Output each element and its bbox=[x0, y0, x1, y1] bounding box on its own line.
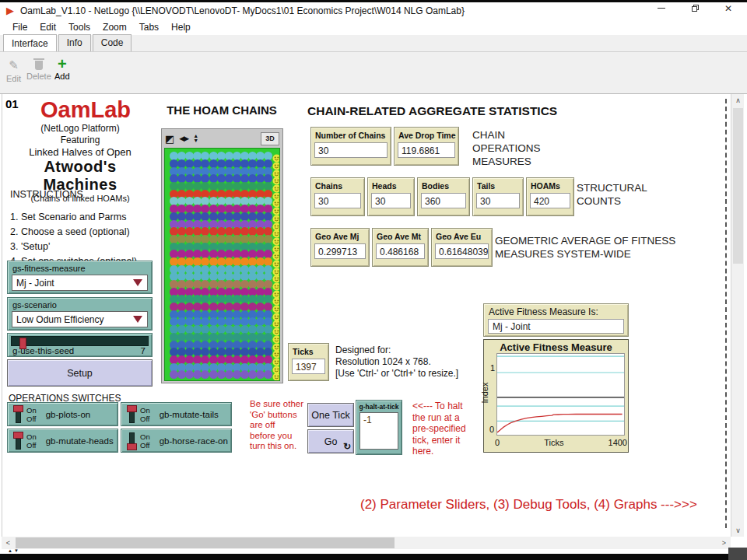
active-fitness-plot: Active Fitness Measure 1 0 Index 0 Ticks… bbox=[483, 339, 629, 453]
menu-tabs[interactable]: Tabs bbox=[133, 20, 165, 34]
vertical-arrows-icon[interactable]: ▲▼ bbox=[193, 134, 198, 143]
slider-track[interactable] bbox=[11, 336, 149, 346]
edit-label: Edit bbox=[6, 74, 21, 83]
tab-info[interactable]: Info bbox=[58, 34, 91, 51]
slider-g-use-this-seed[interactable]: g-use-this-seed 7 bbox=[7, 333, 153, 357]
branding-line: Linked Halves of Open bbox=[5, 146, 155, 158]
monitor-ave-drop-time: Ave Drop Time119.6861 bbox=[394, 127, 459, 166]
on-off-labels: OnOff bbox=[26, 406, 37, 423]
chooser-label: gs-scenario bbox=[8, 298, 152, 310]
caption-chain-operations: CHAINOPERATIONSMEASURES bbox=[472, 128, 541, 168]
menu-help[interactable]: Help bbox=[165, 20, 197, 34]
y-axis-label: Index bbox=[480, 383, 489, 404]
chain-head-smiley-icon bbox=[272, 370, 280, 379]
chain-row bbox=[170, 175, 279, 183]
forever-loop-icon: ↻ bbox=[343, 441, 351, 452]
horizontal-scrollbar[interactable]: < > bbox=[2, 537, 731, 549]
input-value[interactable]: -1 bbox=[359, 412, 398, 450]
restore-icon bbox=[692, 5, 699, 12]
toggle-icon[interactable] bbox=[125, 432, 139, 450]
monitor-hoams: HOAMs420 bbox=[526, 177, 574, 216]
minimize-button[interactable] bbox=[648, 0, 675, 16]
caption-geometric-average: GEOMETRIC AVERAGE OF FITNESSMEASURES SYS… bbox=[495, 234, 675, 261]
menu-zoom[interactable]: Zoom bbox=[96, 20, 133, 34]
work-area-boundary bbox=[725, 99, 727, 528]
chain-row bbox=[170, 281, 279, 289]
hoam-dot bbox=[201, 370, 209, 379]
chain-row bbox=[170, 190, 279, 198]
horizontal-arrows-icon[interactable]: ◀▶ bbox=[179, 135, 188, 142]
stats-row-structural: Chains30Heads30Bodies360Tails30HOAMs420 bbox=[310, 177, 577, 216]
chain-row bbox=[170, 303, 279, 311]
world-view[interactable]: ◩ ◀▶ ▲▼ 3D bbox=[161, 128, 283, 383]
switch-gb-horse-race-on[interactable]: OnOffgb-horse-race-on bbox=[121, 429, 232, 453]
vertical-scrollbar-thumb[interactable] bbox=[733, 108, 743, 264]
chooser-value: Low Odum Efficiency bbox=[16, 314, 133, 325]
monitor-chains: Chains30 bbox=[310, 177, 365, 216]
plus-icon: + bbox=[58, 58, 67, 70]
chain-row bbox=[170, 326, 279, 334]
horizontal-scrollbar-thumb[interactable] bbox=[16, 537, 395, 548]
vertical-scrollbar[interactable]: ∧ ∨ bbox=[731, 94, 744, 537]
branding-block: OamLab (NetLogo Platform) Featuring Link… bbox=[5, 97, 155, 203]
chain-row bbox=[170, 363, 279, 371]
monitor-geo-ave-mt: Geo Ave Mt0.486168 bbox=[372, 228, 429, 267]
hoam-dot bbox=[264, 370, 272, 379]
toggle-icon[interactable] bbox=[12, 405, 25, 424]
setup-button[interactable]: Setup bbox=[7, 359, 153, 387]
chain-row bbox=[170, 265, 279, 273]
restore-button[interactable] bbox=[682, 0, 708, 16]
chooser-value: Mj - Joint bbox=[16, 278, 133, 289]
monitor-label: Geo Ave Mj bbox=[311, 229, 369, 241]
slider-label: g-use-this-seed bbox=[12, 346, 74, 355]
world-canvas[interactable] bbox=[164, 148, 280, 381]
switch-label: gb-mutate-heads bbox=[46, 436, 114, 446]
edit-tool[interactable]: ✎ Edit bbox=[6, 58, 21, 83]
close-button[interactable]: ✕ bbox=[715, 0, 742, 16]
add-tool[interactable]: + Add bbox=[54, 58, 70, 81]
dropdown-triangle-icon bbox=[133, 279, 142, 286]
screen-bottom-strip bbox=[0, 554, 747, 560]
tab-interface[interactable]: Interface bbox=[3, 34, 57, 51]
switch-gb-mutate-heads[interactable]: OnOffgb-mutate-heads bbox=[7, 429, 118, 453]
switch-label: gb-plots-on bbox=[46, 410, 91, 419]
scroll-up-icon[interactable]: ∧ bbox=[731, 94, 745, 107]
chain-row bbox=[170, 243, 279, 250]
chain-row bbox=[170, 250, 279, 258]
chain-row bbox=[170, 236, 279, 243]
chain-row bbox=[170, 152, 279, 160]
monitor-value: 360 bbox=[421, 193, 466, 208]
menu-edit[interactable]: Edit bbox=[33, 20, 62, 34]
switch-gb-plots-on[interactable]: OnOffgb-plots-on bbox=[7, 402, 118, 426]
scroll-down-icon[interactable]: ∨ bbox=[731, 524, 745, 537]
menu-file[interactable]: File bbox=[6, 20, 33, 34]
view-3d-button[interactable]: 3D bbox=[261, 132, 279, 145]
stats-row-geometric: Geo Ave Mj0.299713Geo Ave Mt0.486168Geo … bbox=[310, 228, 495, 267]
stats-row-operations: Number of Chains30Ave Drop Time119.6861 bbox=[310, 127, 461, 166]
chooser-value-box[interactable]: Low Odum Efficiency bbox=[12, 311, 148, 327]
toggle-icon[interactable] bbox=[125, 405, 139, 424]
netlogo-app-icon: ▶ bbox=[6, 5, 14, 16]
plot-area bbox=[496, 353, 625, 436]
go-button[interactable]: Go ↻ bbox=[307, 429, 354, 453]
chooser-gs-scenario[interactable]: gs-scenario Low Odum Efficiency bbox=[7, 297, 153, 331]
chooser-gs-fitness-measure[interactable]: gs-fitness-measure Mj - Joint bbox=[7, 261, 153, 294]
input-g-halt-at-tick[interactable]: g-halt-at-tick -1 bbox=[356, 400, 402, 455]
chain-row bbox=[170, 348, 279, 356]
monitor-label: Ticks bbox=[289, 344, 328, 356]
monitor-value: 119.6861 bbox=[398, 142, 455, 158]
warning-go-buttons: Be sure other'Go' buttonsare offbefore y… bbox=[250, 399, 303, 452]
menu-tools[interactable]: Tools bbox=[62, 20, 96, 34]
scroll-left-icon[interactable]: < bbox=[2, 537, 15, 549]
monitor-label: Tails bbox=[473, 178, 523, 191]
tab-code[interactable]: Code bbox=[93, 34, 132, 51]
view-scale-icon[interactable]: ◩ bbox=[165, 133, 174, 145]
delete-tool[interactable]: Delete bbox=[26, 58, 51, 81]
world-view-control-bar: ◩ ◀▶ ▲▼ 3D bbox=[162, 129, 282, 148]
chain-row bbox=[170, 310, 279, 318]
switch-gb-mutate-tails[interactable]: OnOffgb-mutate-tails bbox=[121, 402, 232, 426]
on-off-labels: OnOff bbox=[140, 432, 150, 450]
toggle-icon[interactable] bbox=[12, 432, 25, 450]
chooser-value-box[interactable]: Mj - Joint bbox=[12, 275, 148, 291]
one-tick-button[interactable]: One Tick bbox=[307, 403, 354, 427]
